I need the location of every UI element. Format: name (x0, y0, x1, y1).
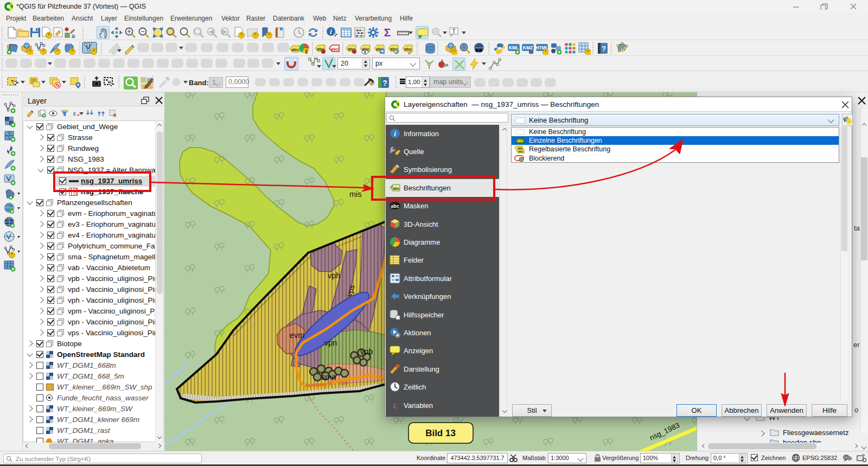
svg-text:1:1: 1:1 (193, 28, 202, 35)
svg-text:?: ? (602, 44, 606, 53)
svg-text:ε: ε (73, 110, 76, 117)
svg-text:◀: ◀ (208, 28, 214, 35)
svg-text:*: * (56, 49, 59, 55)
svg-text:▶: ▶ (221, 28, 227, 35)
svg-text:*: * (268, 33, 270, 39)
svg-text:KML: KML (509, 45, 519, 50)
svg-text:*: * (454, 49, 456, 55)
svg-text:−: − (141, 28, 144, 35)
svg-text:+: + (127, 28, 131, 35)
svg-text:*: * (545, 49, 547, 55)
svg-text:mis: mis (349, 190, 362, 199)
svg-text:abc: abc (517, 139, 523, 143)
svg-text:abc: abc (331, 47, 339, 52)
svg-text:*: * (240, 33, 242, 39)
svg-text:ε: ε (393, 400, 397, 411)
svg-text:sma: sma (321, 373, 336, 381)
svg-text:vpn: vpn (324, 339, 337, 347)
svg-text:a: a (72, 33, 75, 39)
svg-text:*: * (11, 252, 13, 258)
svg-text:*: * (42, 49, 44, 55)
svg-text:abc: abc (391, 203, 399, 209)
svg-text:KMZ: KMZ (523, 45, 533, 50)
svg-text:*: * (29, 49, 31, 55)
svg-text:evm: evm (290, 331, 304, 340)
svg-text:*: * (254, 33, 257, 39)
svg-text:*: * (93, 49, 95, 55)
svg-text:abc: abc (518, 150, 523, 153)
svg-text:abc: abc (393, 186, 400, 191)
svg-text:*: * (71, 49, 73, 55)
svg-text:*: * (587, 49, 589, 55)
svg-text:*: * (48, 33, 50, 39)
svg-text:i: i (394, 130, 396, 138)
svg-text:Σ: Σ (384, 26, 391, 39)
svg-text:?: ? (382, 79, 387, 87)
svg-text:T: T (452, 28, 456, 34)
svg-text:vpb: vpb (360, 347, 373, 356)
svg-text:vph: vph (328, 271, 340, 280)
